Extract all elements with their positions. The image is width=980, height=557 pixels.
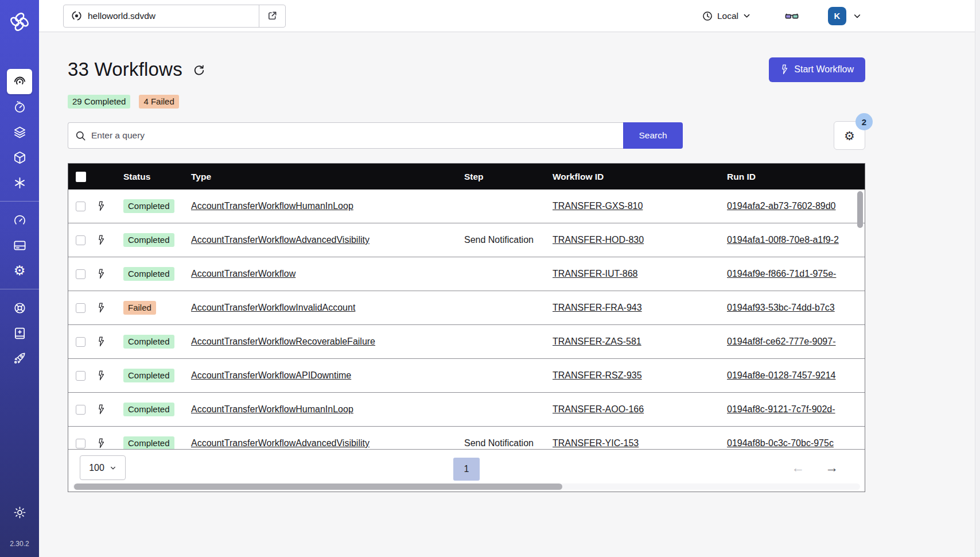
search-row: Search ⚙ 2 — [68, 121, 865, 150]
book-plus-icon — [13, 327, 26, 340]
search-box — [68, 122, 623, 149]
row-checkbox[interactable] — [76, 202, 85, 211]
workflow-id-link[interactable]: TRANSFER-RSZ-935 — [553, 370, 642, 380]
workflow-id-link[interactable]: TRANSFER-GXS-810 — [553, 201, 643, 211]
per-page-value: 100 — [89, 463, 104, 473]
next-page-arrow[interactable]: → — [825, 460, 838, 475]
filter-count-badge: 2 — [855, 113, 873, 130]
sidebar-item-nexus[interactable] — [7, 170, 32, 195]
completed-count-badge: 29 Completed — [68, 95, 130, 109]
sidebar-item-docs[interactable] — [7, 320, 32, 346]
sidebar-item-usage[interactable] — [7, 207, 32, 233]
sidebar-item-getting-started[interactable] — [7, 346, 32, 371]
sidebar-nav-help — [0, 295, 39, 371]
workflow-id-link[interactable]: TRANSFER-YIC-153 — [553, 438, 639, 448]
gear-icon: ⚙ — [844, 130, 855, 142]
namespace-label: helloworld.sdvdw — [88, 11, 155, 21]
search-button[interactable]: Search — [623, 122, 683, 149]
table-body: Completed AccountTransferWorkflowHumanIn… — [68, 189, 865, 449]
row-checkbox[interactable] — [76, 269, 85, 279]
workflow-id-link[interactable]: TRANSFER-ZAS-581 — [553, 336, 641, 346]
chevron-down-icon — [853, 11, 862, 21]
per-page-select[interactable]: 100 — [80, 455, 126, 480]
start-workflow-button[interactable]: Start Workflow — [769, 57, 865, 82]
pager-arrows: ← → — [791, 460, 838, 475]
run-id-link[interactable]: 0194af8c-9121-7c7f-902d- — [727, 404, 835, 414]
row-checkbox[interactable] — [76, 235, 85, 245]
select-all-checkbox[interactable] — [76, 172, 86, 182]
failed-count-badge: 4 Failed — [139, 95, 178, 109]
table-row: Completed AccountTransferWorkflowHumanIn… — [68, 393, 865, 427]
row-checkbox[interactable] — [76, 303, 85, 313]
sidebar-item-billing[interactable] — [7, 233, 32, 258]
workflow-type-link[interactable]: AccountTransferWorkflowAdvancedVisibilit… — [191, 438, 370, 448]
run-id-link[interactable]: 0194af8b-0c3c-70bc-975c — [727, 438, 834, 448]
sidebar-item-schedules[interactable] — [7, 94, 32, 119]
table-row: Completed AccountTransferWorkflowAdvance… — [68, 427, 865, 449]
workflow-type-link[interactable]: AccountTransferWorkflowRecoverableFailur… — [191, 336, 375, 346]
namespace-dropdown[interactable]: helloworld.sdvdw — [64, 5, 259, 27]
title-row: 33 Workflows Start Workflow — [68, 57, 865, 82]
table-row: Failed AccountTransferWorkflowInvalidAcc… — [68, 291, 865, 325]
sidebar-item-support[interactable] — [7, 295, 32, 320]
workflow-id-link[interactable]: TRANSFER-AOO-166 — [553, 404, 644, 414]
query-input[interactable] — [91, 130, 616, 141]
horizontal-scrollbar-thumb[interactable] — [74, 483, 562, 490]
refresh-icon — [193, 64, 205, 77]
glasses-icon — [784, 9, 799, 24]
avatar: K — [828, 7, 846, 25]
sidebar-nav-primary — [0, 69, 39, 195]
timezone-label: Local — [717, 11, 738, 21]
row-checkbox[interactable] — [76, 405, 85, 415]
namespace-external-link-button[interactable] — [259, 5, 285, 27]
theme-toggle-button[interactable] — [7, 500, 32, 525]
run-id-link[interactable]: 0194af8f-ce62-777e-9097- — [727, 336, 835, 346]
temporal-logo-icon[interactable] — [9, 11, 30, 32]
status-badge: Completed — [123, 436, 174, 449]
chevron-down-icon — [110, 465, 116, 471]
sidebar-item-deployments[interactable] — [7, 145, 32, 170]
run-id-link[interactable]: 0194af93-53bc-74dd-b7c3 — [727, 303, 835, 312]
run-id-link[interactable]: 0194af9e-f866-71d1-975e- — [727, 269, 836, 278]
workflows-table: Status Type Step Workflow ID Run ID Comp… — [68, 163, 865, 492]
row-checkbox[interactable] — [76, 337, 85, 347]
run-id-link[interactable]: 0194afa1-00f8-70e8-a1f9-2 — [727, 235, 839, 245]
row-checkbox[interactable] — [76, 371, 85, 381]
timezone-dropdown[interactable]: Local — [702, 10, 751, 22]
table-horizontal-scrollbar — [73, 483, 860, 490]
run-id-link[interactable]: 0194af8e-0128-7457-9214 — [727, 370, 836, 380]
labs-mode-toggle[interactable] — [784, 9, 799, 24]
workflows-spiral-icon — [13, 75, 26, 88]
workflow-type-link[interactable]: AccountTransferWorkflowHumanInLoop — [191, 404, 353, 414]
workflow-type-link[interactable]: AccountTransferWorkflowHumanInLoop — [191, 201, 353, 211]
workflow-trigger-icon — [97, 201, 123, 211]
workflow-type-link[interactable]: AccountTransferWorkflow — [191, 269, 295, 278]
status-badge: Completed — [123, 335, 174, 349]
status-badge: Completed — [123, 369, 174, 382]
workflow-type-link[interactable]: AccountTransferWorkflowInvalidAccount — [191, 303, 355, 312]
step-value: Send Notification — [464, 235, 553, 245]
previous-page-arrow[interactable]: ← — [791, 460, 804, 475]
workflow-type-link[interactable]: AccountTransferWorkflowAdvancedVisibilit… — [191, 235, 370, 245]
workflow-id-link[interactable]: TRANSFER-FRA-943 — [553, 303, 642, 312]
workflow-id-link[interactable]: TRANSFER-IUT-868 — [553, 269, 637, 278]
vertical-scrollbar-thumb[interactable] — [857, 191, 863, 228]
run-id-link[interactable]: 0194afa2-ab73-7602-89d0 — [727, 201, 836, 211]
table-footer: 100 1 ← → — [68, 449, 865, 492]
main-content: 33 Workflows Start Workflow 29 Completed… — [68, 32, 865, 492]
clock-icon — [702, 10, 713, 22]
page-title: 33 Workflows — [68, 59, 182, 80]
sidebar-item-workflows[interactable] — [7, 69, 32, 94]
workflow-id-link[interactable]: TRANSFER-HOD-830 — [553, 235, 644, 245]
refresh-button[interactable] — [193, 64, 205, 77]
sidebar-item-task-queues[interactable] — [7, 119, 32, 145]
page-number-button[interactable]: 1 — [453, 458, 480, 481]
user-menu[interactable]: K — [828, 7, 862, 25]
row-checkbox[interactable] — [76, 439, 85, 448]
window-scrollbar[interactable] — [975, 0, 980, 557]
workflow-trigger-icon — [97, 438, 123, 448]
app-version: 2.30.2 — [10, 540, 29, 548]
external-link-icon — [267, 10, 278, 21]
sidebar-item-settings[interactable]: ⚙ — [7, 258, 32, 283]
workflow-type-link[interactable]: AccountTransferWorkflowAPIDowntime — [191, 370, 351, 380]
